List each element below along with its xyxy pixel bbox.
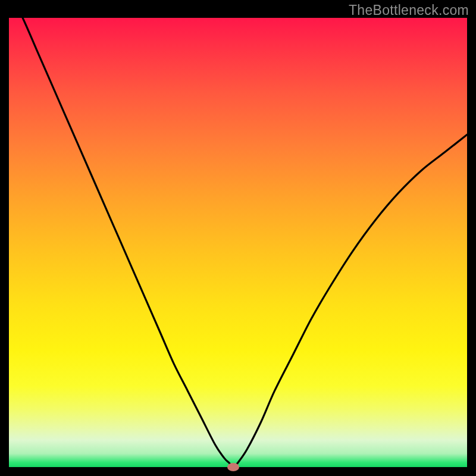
- optimal-point-marker: [227, 463, 239, 471]
- curve-svg: [9, 18, 467, 467]
- plot-area: [9, 18, 467, 467]
- bottleneck-curve-path: [9, 18, 467, 467]
- chart-container: { "watermark": "TheBottleneck.com", "cha…: [0, 0, 476, 476]
- watermark-text: TheBottleneck.com: [349, 2, 469, 18]
